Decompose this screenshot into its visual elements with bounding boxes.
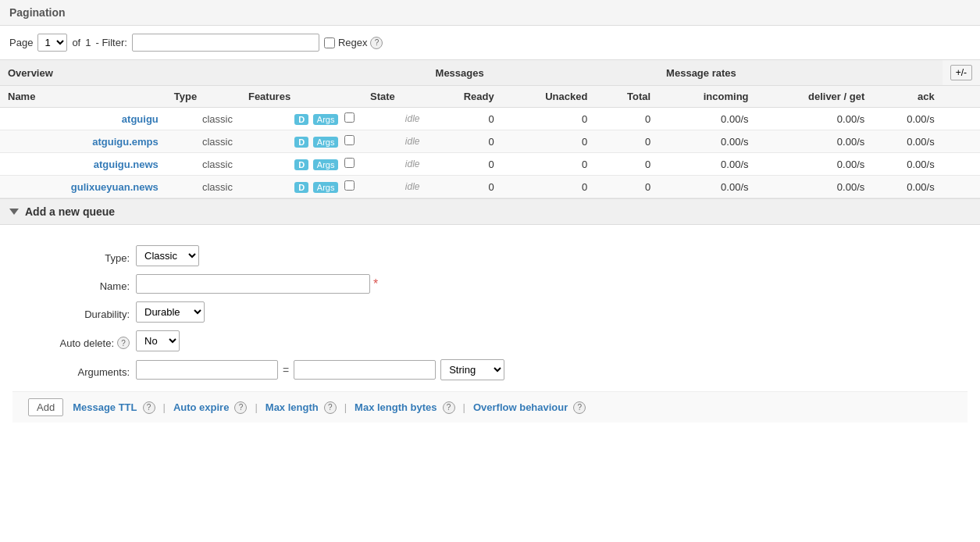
name-input[interactable] — [136, 274, 370, 294]
shortcuts-bar: Message TTL? | Auto expire? | Max length… — [73, 401, 586, 414]
cell-deliver-get: 0.00/s — [757, 176, 873, 198]
col-state-header: State — [362, 86, 428, 108]
cell-incoming: 0.00/s — [658, 176, 756, 198]
cell-ready: 0 — [428, 153, 502, 176]
cell-total: 0 — [595, 176, 658, 198]
durability-select[interactable]: Durable Transient — [136, 301, 205, 323]
cell-state: idle — [362, 153, 428, 176]
cell-ready: 0 — [428, 130, 502, 153]
cell-extra — [943, 130, 980, 153]
auto-delete-field-wrapper: No Yes — [136, 330, 504, 351]
of-label: of — [72, 37, 80, 48]
plus-minus-button[interactable]: +/- — [950, 65, 972, 80]
cell-state: idle — [362, 176, 428, 198]
badge-args[interactable]: Args — [313, 159, 339, 170]
cell-name[interactable]: atguigu — [0, 108, 166, 130]
plus-minus-cell[interactable]: +/- — [943, 60, 980, 86]
triangle-down-icon — [9, 209, 19, 215]
regex-checkbox[interactable] — [324, 37, 335, 48]
col-header-overview: Overview — [0, 60, 428, 86]
type-select[interactable]: Classic Quorum — [136, 245, 199, 266]
section-title: Pagination — [0, 0, 980, 26]
cell-deliver-get: 0.00/s — [757, 108, 873, 130]
args-type-select[interactable]: String Number Boolean — [440, 359, 504, 380]
badge-d[interactable]: D — [294, 137, 308, 148]
filter-input[interactable] — [132, 34, 319, 52]
durability-field-wrapper: Durable Transient — [136, 301, 504, 323]
badge-d[interactable]: D — [294, 114, 308, 125]
page-select[interactable]: 1 — [37, 34, 67, 52]
table-row: atguigu classic D Args idle 0 0 0 0.00/s… — [0, 108, 980, 130]
regex-help-icon[interactable]: ? — [370, 37, 383, 49]
args-val-input[interactable] — [294, 360, 436, 380]
col-features-header: Features — [241, 86, 362, 108]
of-value: 1 — [85, 37, 91, 48]
col-name-header: Name — [0, 86, 166, 108]
cell-extra — [943, 108, 980, 130]
cell-type: classic — [166, 153, 241, 176]
add-queue-title: Add a new queue — [25, 205, 115, 218]
shortcut-sep-1: | — [163, 401, 166, 413]
page-label: Page — [9, 37, 33, 48]
filter-label: - Filter: — [95, 37, 127, 48]
bottom-bar: Add Message TTL? | Auto expire? | Max le… — [12, 391, 968, 423]
shortcut-link-3[interactable]: Max length bytes — [355, 401, 437, 413]
cell-type: classic — [166, 176, 241, 198]
feature-checkbox[interactable] — [344, 180, 355, 191]
cell-name[interactable]: atguigu.news — [0, 153, 166, 176]
arguments-label: Arguments: — [28, 359, 130, 380]
cell-name[interactable]: gulixueyuan.news — [0, 176, 166, 198]
cell-features: D Args — [241, 176, 362, 198]
arguments-field-wrapper: = String Number Boolean — [136, 359, 504, 380]
cell-type: classic — [166, 108, 241, 130]
cell-unacked: 0 — [502, 153, 596, 176]
feature-checkbox[interactable] — [344, 112, 355, 123]
cell-extra — [943, 153, 980, 176]
shortcut-link-2[interactable]: Max length — [265, 401, 319, 413]
cell-ack: 0.00/s — [872, 176, 942, 198]
cell-deliver-get: 0.00/s — [757, 153, 873, 176]
shortcut-link-1[interactable]: Auto expire — [173, 401, 230, 413]
cell-ack: 0.00/s — [872, 153, 942, 176]
pagination-bar: Page 1 of 1 - Filter: Regex ? — [0, 26, 980, 59]
badge-d[interactable]: D — [294, 182, 308, 193]
args-key-input[interactable] — [136, 360, 278, 380]
auto-delete-label: Auto delete: ? — [28, 330, 130, 351]
shortcut-help-icon-1[interactable]: ? — [234, 401, 247, 414]
shortcut-link-4[interactable]: Overflow behaviour — [473, 401, 568, 413]
badge-args[interactable]: Args — [313, 114, 339, 125]
name-label: Name: — [28, 274, 130, 294]
regex-checkbox-label: Regex ? — [324, 37, 383, 49]
col-ready-header: Ready — [428, 86, 502, 108]
col-extra-header — [943, 86, 980, 108]
cell-name[interactable]: atguigu.emps — [0, 130, 166, 153]
shortcut-link-0[interactable]: Message TTL — [73, 401, 137, 413]
shortcut-help-icon-0[interactable]: ? — [143, 401, 155, 414]
durability-label: Durability: — [28, 301, 130, 323]
shortcut-help-icon-4[interactable]: ? — [573, 401, 586, 414]
add-button[interactable]: Add — [28, 398, 63, 416]
badge-args[interactable]: Args — [313, 182, 339, 193]
feature-checkbox[interactable] — [344, 158, 355, 168]
cell-state: idle — [362, 108, 428, 130]
feature-checkbox[interactable] — [344, 135, 355, 145]
col-total-header: Total — [595, 86, 658, 108]
cell-total: 0 — [595, 153, 658, 176]
badge-args[interactable]: Args — [313, 137, 339, 148]
cell-unacked: 0 — [502, 130, 596, 153]
cell-features: D Args — [241, 153, 362, 176]
col-header-message-rates: Message rates — [658, 60, 943, 86]
cell-features: D Args — [241, 108, 362, 130]
shortcut-help-icon-3[interactable]: ? — [443, 401, 455, 414]
auto-delete-select[interactable]: No Yes — [136, 330, 180, 351]
table-wrapper: Overview Messages Message rates +/- Name… — [0, 59, 980, 198]
col-type-header: Type — [166, 86, 241, 108]
add-queue-header[interactable]: Add a new queue — [0, 198, 980, 225]
cell-deliver-get: 0.00/s — [757, 130, 873, 153]
col-ack-header: ack — [872, 86, 942, 108]
shortcut-help-icon-2[interactable]: ? — [324, 401, 337, 414]
col-incoming-header: incoming — [658, 86, 756, 108]
col-deliver-get-header: deliver / get — [757, 86, 873, 108]
badge-d[interactable]: D — [294, 159, 308, 170]
auto-delete-help-icon[interactable]: ? — [117, 337, 130, 349]
